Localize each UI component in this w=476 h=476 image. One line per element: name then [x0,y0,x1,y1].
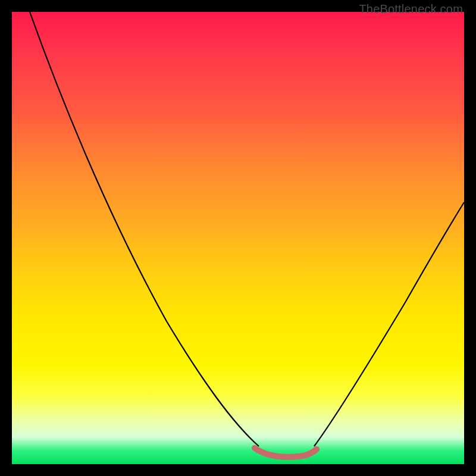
plot-area [12,12,464,464]
curve-left [30,12,259,446]
watermark-text: TheBottleneck.com [359,2,463,16]
chart-svg [12,12,464,464]
curve-valley [255,448,317,457]
curve-right [314,202,464,446]
chart-container: TheBottleneck.com [0,0,476,476]
